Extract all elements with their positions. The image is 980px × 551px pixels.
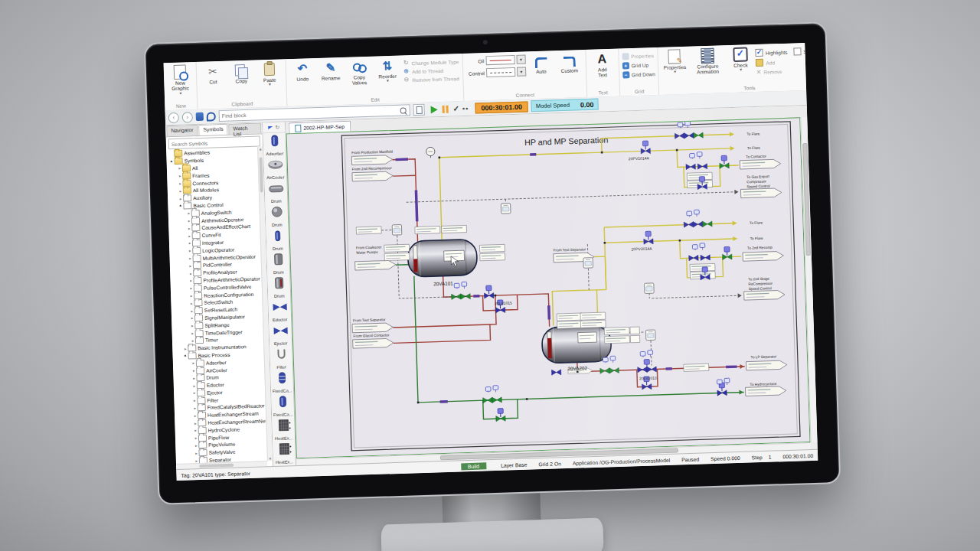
document-icon xyxy=(295,124,301,132)
flag-icon[interactable] xyxy=(268,126,273,129)
folder-icon xyxy=(183,202,191,209)
nav-forward-button[interactable]: › xyxy=(182,112,193,122)
sidebar: NavigatorSymbolsWatch List Assemblies▸Sy… xyxy=(165,122,273,469)
tree-item-label: ProfileAnalyser xyxy=(203,269,237,276)
vcaps-symbol-icon xyxy=(269,229,286,246)
vessel-20VA101[interactable] xyxy=(407,239,477,277)
nav-back-button[interactable]: ‹ xyxy=(168,112,179,122)
add-to-thread-icon: ⊕ xyxy=(403,68,410,74)
sidebar-tab-navigator[interactable]: Navigator xyxy=(166,125,198,136)
symbol-search-input[interactable] xyxy=(169,139,260,147)
palette-item[interactable]: Filter xyxy=(270,346,292,370)
diagram-label: From Test Separator xyxy=(353,318,386,322)
add-text-button[interactable]: A Add Text xyxy=(589,51,616,80)
find-block-input[interactable] xyxy=(220,108,400,119)
undo-button[interactable]: ↶ Undo xyxy=(289,60,316,83)
diagram-label: 20PV1014A xyxy=(629,155,650,161)
tree-item-label: PulseControlledValve xyxy=(204,284,252,291)
pause-button[interactable] xyxy=(442,105,448,112)
sidebar-tab-symbols[interactable]: Symbols xyxy=(198,124,227,135)
grid-up-button[interactable]: + Grid Up xyxy=(622,61,655,69)
tree-item-label: ArithmeticOperator xyxy=(201,217,244,223)
cyl-symbol-icon xyxy=(270,253,287,269)
palette-item[interactable]: HeatEx... xyxy=(273,441,296,465)
configure-animation-button[interactable]: Configure Animation xyxy=(690,47,726,76)
new-graphic-button[interactable]: New Graphic▼ xyxy=(167,64,194,97)
copy-button[interactable]: Copy xyxy=(228,62,255,86)
locate-icon[interactable] xyxy=(207,112,216,121)
add-to-thread-button[interactable]: ⊕ Add to Thread xyxy=(403,67,459,74)
validate-button[interactable]: ✓ xyxy=(452,104,459,112)
palette-item[interactable]: Ejector xyxy=(269,322,292,347)
diagram-label: To Flare xyxy=(747,146,760,151)
remove-from-thread-button[interactable]: ⊖ Remove from Thread xyxy=(403,75,459,83)
palette-item[interactable]: Adsorber xyxy=(263,132,286,157)
remove-marker-button[interactable]: ✕ Remove xyxy=(756,67,818,76)
tree-item-label: Eductor xyxy=(207,382,224,388)
tree-item-label: TimeDateTrigger xyxy=(205,329,243,336)
properties-button[interactable]: Properties▼ xyxy=(662,48,688,76)
diagram-label: To 2nd Recomp xyxy=(747,246,773,250)
sidebar-tab-watch-list[interactable]: Watch List xyxy=(228,122,261,134)
add-marker-button[interactable]: Add xyxy=(756,57,818,67)
tree-item-label: Basic Process xyxy=(198,352,230,358)
change-module-type-button[interactable]: ↻ Change Module Type xyxy=(403,58,459,66)
cut-button[interactable]: ✂ Cut xyxy=(200,63,227,86)
check-button[interactable]: ✓ Check▼ xyxy=(727,46,754,73)
palette-item[interactable]: Drum xyxy=(265,204,288,228)
paste-button[interactable]: Paste▼ xyxy=(256,60,283,88)
palette-item[interactable]: Drum xyxy=(267,275,290,299)
grid-down-button[interactable]: − Grid Down xyxy=(622,70,655,78)
report-button[interactable] xyxy=(413,104,424,116)
checkbox-checked-icon xyxy=(756,49,763,57)
grid-down-label: Grid Down xyxy=(632,71,655,77)
rename-button[interactable]: ✎ Rename xyxy=(318,59,345,83)
dropdown-caret-icon: ▼ xyxy=(739,68,743,73)
grid-properties-button[interactable]: Properties xyxy=(622,52,655,60)
palette-item[interactable]: FixedCa... xyxy=(271,393,294,418)
palette-item[interactable]: AirCooler xyxy=(263,156,286,181)
highlights-checkbox[interactable]: Highlights xyxy=(756,48,788,57)
undo-label: Undo xyxy=(296,76,309,82)
oil-dropdown[interactable]: ▼ xyxy=(516,55,525,64)
palette-item[interactable]: HeatEx... xyxy=(272,417,295,442)
diagram-viewport[interactable]: HP and MP Separation xyxy=(286,117,811,458)
copy-values-button[interactable]: Copy Values xyxy=(346,58,373,87)
diagram-label: From Test Separator xyxy=(554,247,586,252)
seg-symbol-icon xyxy=(273,371,291,388)
show-markers-checkbox[interactable]: Show Markers xyxy=(793,47,818,56)
layers-icon[interactable] xyxy=(196,112,204,121)
palette-item[interactable]: Drum xyxy=(266,251,289,276)
control-dropdown[interactable]: ▼ xyxy=(517,67,526,77)
canvas-tab-label: 2002-HP-MP-Sep xyxy=(303,124,345,131)
copy-icon xyxy=(235,64,245,76)
palette-item-label: Eductor xyxy=(273,317,287,322)
vcap-symbol-icon xyxy=(266,135,283,152)
palette-item[interactable]: FixedCa... xyxy=(270,370,293,394)
tree-item-label: Frames xyxy=(192,172,210,178)
vessel-20VA202[interactable] xyxy=(541,325,611,364)
grid-up-label: Grid Up xyxy=(632,62,649,68)
search-icon[interactable] xyxy=(400,107,407,113)
auto-label: Auto xyxy=(536,69,547,75)
auto-connect-button[interactable]: Auto xyxy=(528,52,554,76)
ribbon-group-edit: ↶ Undo ✎ Rename Copy Values ⇅ xyxy=(286,54,464,106)
run-button[interactable] xyxy=(430,106,437,113)
step-buttons[interactable]: •• xyxy=(462,104,469,112)
palette-item[interactable]: Eductor xyxy=(268,298,291,323)
monitor: New Graphic▼ New ✂ Cut Copy xyxy=(144,21,841,505)
refresh-icon[interactable]: ↻ xyxy=(275,125,279,130)
graphic-canvas-area: 2002-HP-MP-Sep xyxy=(286,106,818,465)
screen: New Graphic▼ New ✂ Cut Copy xyxy=(164,43,818,481)
custom-connect-button[interactable]: Custom xyxy=(556,51,583,75)
reorder-button[interactable]: ⇅ Reorder▼ xyxy=(374,57,400,85)
grid-down-icon: − xyxy=(622,71,629,78)
process-diagram: HP and MP Separation xyxy=(287,118,810,458)
oil-line-swatch[interactable] xyxy=(485,55,514,65)
bow-symbol-icon xyxy=(272,324,289,341)
control-line-swatch[interactable] xyxy=(486,67,515,77)
palette-item[interactable]: Drum xyxy=(264,180,287,204)
oil-label: Oil xyxy=(466,58,484,64)
diagram-label: From CoalescerWater Pumps xyxy=(356,245,382,254)
palette-item[interactable]: Drum xyxy=(266,227,289,252)
